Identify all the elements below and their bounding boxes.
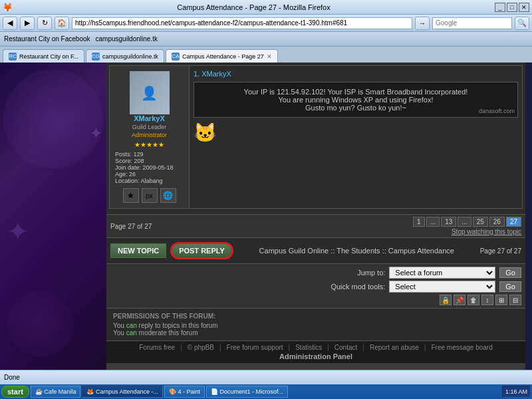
tab-campus-attendance[interactable]: CA Campus Attendance - Page 27 ✕ bbox=[166, 49, 278, 63]
titlebar: 🦊 Campus Attendance - Page 27 - Mozilla … bbox=[0, 0, 532, 15]
location-label: Location: bbox=[115, 178, 140, 184]
taskbar-campus-attendance[interactable]: 🦊 Campus Attendance -... bbox=[82, 386, 163, 398]
minimize-button[interactable]: _ bbox=[495, 3, 505, 12]
taskbar-paint[interactable]: 🎨 4 - Paint bbox=[164, 386, 205, 398]
mod-line: Quick mod tools: Select Go bbox=[331, 281, 521, 293]
forum-content: ✦ ✦ 👤 XMarkyX Guild Leader Administrator bbox=[0, 63, 532, 370]
ip-line2: You are running Windows XP and using Fir… bbox=[200, 96, 512, 104]
jump-select[interactable]: Select a forum bbox=[389, 267, 495, 279]
window-controls[interactable]: _ □ ✕ bbox=[495, 3, 529, 12]
taskbar-firefox-icon: 🦊 bbox=[86, 388, 94, 395]
status-bar: Done bbox=[0, 370, 532, 384]
user-posts: Posts: 129 bbox=[115, 151, 184, 158]
footer-free-message-board[interactable]: Free message board bbox=[431, 344, 492, 351]
taskbar-clock: 1:16 AM bbox=[502, 386, 531, 398]
age-label: Age: bbox=[115, 171, 128, 178]
close-button[interactable]: ✕ bbox=[519, 3, 529, 12]
footer-admin-panel[interactable]: Administration Panel bbox=[110, 352, 521, 360]
mod-icon-pin[interactable]: 📌 bbox=[454, 295, 466, 305]
tab-restaurant-city[interactable]: RC Restaurant City on F... bbox=[3, 49, 84, 63]
page-link-27[interactable]: 27 bbox=[506, 217, 521, 227]
bookmark-campusguild[interactable]: campusguildonline.tk bbox=[96, 35, 158, 43]
page-link-25[interactable]: 25 bbox=[473, 217, 488, 227]
mod-select[interactable]: Select bbox=[389, 281, 495, 293]
username: XMarkyX bbox=[134, 114, 164, 122]
new-topic-button[interactable]: NEW TOPIC bbox=[110, 243, 166, 258]
go-button[interactable]: → bbox=[415, 17, 430, 30]
address-bar[interactable] bbox=[72, 17, 412, 29]
user-joindate: Join date: 2009-05-18 bbox=[115, 164, 184, 171]
maximize-button[interactable]: □ bbox=[507, 3, 517, 12]
start-button[interactable]: start bbox=[1, 386, 29, 398]
age-value: 26 bbox=[129, 171, 136, 178]
page-info: Page 27 of 27 bbox=[110, 223, 152, 230]
search-icon[interactable]: 🔍 bbox=[515, 17, 529, 30]
footer-phpbb[interactable]: © phpBB bbox=[188, 344, 214, 351]
post-user-sidebar: 👤 XMarkyX Guild Leader Administrator ★★★… bbox=[110, 66, 190, 208]
mod-icon-split[interactable]: ⊟ bbox=[509, 295, 521, 305]
footer-free-forum-support[interactable]: Free forum support bbox=[227, 344, 283, 351]
page-link-26[interactable]: 26 bbox=[489, 217, 505, 227]
user-title: Administrator bbox=[132, 132, 167, 138]
footer-statistics[interactable]: Statistics bbox=[295, 344, 322, 351]
mod-icon-move[interactable]: ↕ bbox=[481, 295, 493, 305]
page-link-13[interactable]: 13 bbox=[441, 217, 456, 227]
tab-icon-ca: CA bbox=[172, 53, 180, 61]
refresh-button[interactable]: ↻ bbox=[37, 17, 52, 30]
taskbar-paint-icon: 🎨 bbox=[169, 388, 176, 395]
post-reply-button[interactable]: POST REPLY bbox=[170, 242, 233, 259]
stop-watch-link[interactable]: Stop watching this topic bbox=[452, 228, 521, 235]
score-value: 208 bbox=[134, 158, 144, 164]
post-number: 1. XMarkyX bbox=[194, 70, 518, 78]
post-content: 1. XMarkyX Your IP is 121.54.92.102! You… bbox=[190, 66, 522, 208]
taskbar-word[interactable]: 📄 Document1 - Microsof... bbox=[206, 386, 288, 398]
browser-toolbar: ◀ ▶ ↻ 🏠 → 🔍 bbox=[0, 15, 532, 32]
tab-icon-cg: CG bbox=[92, 53, 100, 61]
main-content-area[interactable]: 👤 XMarkyX Guild Leader Administrator ★★★… bbox=[106, 63, 525, 370]
taskbar-cafe-manila[interactable]: ☕ Cafe Manila bbox=[31, 386, 81, 398]
post-row: 👤 XMarkyX Guild Leader Administrator ★★★… bbox=[109, 65, 523, 209]
jump-go-button[interactable]: Go bbox=[499, 267, 521, 278]
favorite-icon[interactable]: ★ bbox=[123, 188, 139, 203]
mod-icon-lock[interactable]: 🔒 bbox=[440, 295, 452, 305]
forward-button[interactable]: ▶ bbox=[20, 17, 35, 30]
mod-icon-delete[interactable]: 🗑 bbox=[467, 295, 479, 305]
home-button[interactable]: 🏠 bbox=[55, 17, 69, 30]
score-label: Score: bbox=[115, 158, 132, 164]
tab-close-ca[interactable]: ✕ bbox=[267, 53, 272, 60]
page-link-1[interactable]: 1 bbox=[413, 217, 425, 227]
profile-icon[interactable]: px bbox=[142, 188, 158, 203]
tab-campusguild[interactable]: CG campusguildonline.tk bbox=[86, 49, 164, 63]
taskbar: start ☕ Cafe Manila 🦊 Campus Attendance … bbox=[0, 384, 532, 399]
footer-report-abuse[interactable]: Report an abuse bbox=[370, 344, 419, 351]
perm-line2-post: moderate this forum bbox=[137, 329, 198, 336]
user-rank: Guild Leader bbox=[132, 124, 167, 130]
perm-line1-pre: You bbox=[113, 322, 126, 329]
status-text: Done bbox=[4, 374, 20, 381]
permissions-title: PERMISSIONS OF THIS FORUM: bbox=[113, 313, 519, 320]
mod-icon-merge[interactable]: ⊞ bbox=[495, 295, 507, 305]
globe-icon[interactable]: 🌐 bbox=[160, 188, 176, 203]
mod-icons: 🔒 📌 🗑 ↕ ⊞ ⊟ bbox=[440, 295, 521, 305]
back-button[interactable]: ◀ bbox=[3, 17, 17, 30]
tab-label-rc: Restaurant City on F... bbox=[19, 53, 78, 60]
footer-contact[interactable]: Contact bbox=[334, 344, 357, 351]
pagination-bar: Page 27 of 27 1 ... 13 ... 25 26 27 Stop… bbox=[106, 214, 525, 237]
jump-label: Jump to: bbox=[357, 269, 385, 277]
join-label: Join date: bbox=[115, 164, 141, 171]
post-container: 👤 XMarkyX Guild Leader Administrator ★★★… bbox=[106, 63, 525, 214]
perm-line1-post: reply to topics in this forum bbox=[137, 322, 218, 329]
mod-go-button[interactable]: Go bbox=[499, 281, 521, 292]
user-stars: ★★★★★ bbox=[134, 141, 164, 148]
bookmark-restaurant-city[interactable]: Restaurant City on Facebook bbox=[4, 35, 90, 43]
user-score: Score: 208 bbox=[115, 158, 184, 164]
browser-icon: 🦊 bbox=[3, 3, 13, 12]
taskbar-time: 1:16 AM bbox=[505, 388, 527, 395]
footer-forums-free[interactable]: Forums free bbox=[139, 344, 175, 351]
user-action-icons: ★ px 🌐 bbox=[123, 188, 176, 203]
search-bar[interactable] bbox=[432, 17, 512, 29]
perm-line2-pre: You bbox=[113, 329, 126, 336]
action-row: NEW TOPIC POST REPLY Campus Guild Online… bbox=[106, 237, 525, 263]
posts-label: Posts: bbox=[115, 151, 132, 158]
page-content: ✦ ✦ 👤 XMarkyX Guild Leader Administrator bbox=[0, 63, 532, 370]
